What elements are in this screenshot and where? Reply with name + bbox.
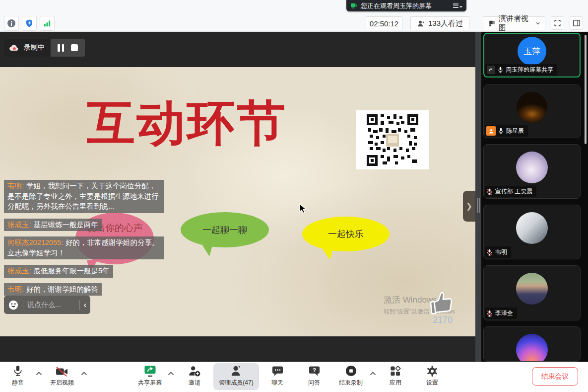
manage-members-button[interactable]: 管理成员(47) (213, 364, 259, 387)
settings-button[interactable]: 设置 (417, 364, 447, 387)
avatar-photo-white (516, 212, 548, 244)
participant-name: 宣传部 王昊晨 (495, 187, 532, 196)
participant-name: 李泽全 (495, 309, 513, 317)
participant-tile[interactable]: 陈星辰 (483, 84, 581, 138)
mic-muted-icon (486, 188, 493, 195)
share-screen-label: 共享屏幕 (138, 379, 162, 387)
invite-icon (188, 365, 201, 377)
chat-text: 基层锻炼一般是两年 (34, 221, 99, 229)
panel-toggle-icon (573, 19, 581, 27)
participant-tile[interactable] (483, 326, 581, 362)
participant-name: 周玉萍的屏幕共享 (506, 66, 553, 74)
caret-icon (459, 6, 462, 8)
chat-quick-input[interactable]: 说点什么... ‹ (4, 296, 90, 314)
participant-name: 陈星辰 (506, 127, 524, 135)
start-video-label: 开启视频 (50, 379, 74, 387)
qa-button[interactable]: ? 问答 (299, 364, 329, 387)
chat-text: 最低服务年限一般是5年 (34, 267, 110, 275)
chat-sender: 何联杰20212055: (7, 238, 63, 246)
info-button[interactable] (4, 16, 19, 31)
stop-recording-button[interactable] (71, 44, 78, 51)
mute-options-chevron[interactable] (36, 372, 42, 376)
sidebar-resize-handle[interactable] (475, 32, 481, 362)
stop-recording-label: 结束录制 (339, 379, 363, 387)
settings-gear-icon (426, 365, 438, 377)
chevron-down-icon (536, 22, 540, 25)
fullscreen-icon (554, 19, 561, 27)
chat-message: 张成玉:基层锻炼一般是两年 (4, 219, 102, 232)
meeting-timer: 02:50:12 (366, 16, 402, 30)
mic-muted-icon (486, 249, 493, 256)
screen-share-badge-icon (487, 66, 495, 74)
end-meeting-label: 结束会议 (541, 372, 569, 381)
participant-tile-sharing[interactable]: 玉萍 周玉萍的屏幕共享 (483, 33, 581, 78)
avatar: 玉萍 (518, 37, 546, 66)
record-options-chevron[interactable] (370, 372, 376, 376)
share-options-chevron[interactable] (168, 372, 174, 376)
chat-input-placeholder[interactable]: 说点什么... (27, 301, 75, 310)
settings-label: 设置 (426, 379, 438, 387)
stop-recording-toolbar-button[interactable]: 结束录制 (333, 364, 368, 387)
qa-icon: ? (308, 365, 321, 377)
participant-tile[interactable]: 李泽全 (483, 265, 581, 320)
mute-button[interactable]: 静音 (3, 364, 33, 387)
microphone-icon (12, 365, 23, 377)
avatar-photo-man (516, 273, 548, 305)
viewing-banner[interactable]: 您正在观看周玉萍的屏幕 (346, 0, 466, 11)
pause-recording-button[interactable] (58, 44, 64, 52)
participant-name-tag: 李泽全 (485, 308, 517, 319)
participant-name-tag: 周玉萍的屏幕共享 (485, 64, 557, 76)
bubble-yellow-tail (323, 249, 333, 260)
bottom-toolbar (0, 362, 588, 392)
apps-icon (390, 365, 401, 377)
mic-on-icon (498, 128, 504, 134)
mute-label: 静音 (12, 379, 24, 387)
collapse-chat-icon[interactable]: ‹ (84, 301, 86, 310)
mic-muted-icon (486, 310, 493, 317)
shield-plus-icon (25, 19, 34, 28)
chat-button[interactable]: 聊天 (262, 364, 292, 387)
bubble-yellow-text: 一起快乐 (328, 228, 364, 240)
participant-name: 韦明 (495, 248, 507, 256)
mic-on-icon (498, 67, 503, 73)
invite-button[interactable]: 邀请 (180, 364, 209, 387)
chat-sender: 张成玉: (7, 221, 31, 229)
avatar-photo-neon (516, 334, 548, 362)
chat-message: 韦明:学姐，我想问一下，关于这个岗位分配，是不是除了专业之外，主要是根据生源地来… (4, 180, 164, 213)
network-status-button[interactable] (40, 16, 55, 31)
sidebar-scrollbar[interactable] (585, 35, 587, 144)
fullscreen-button[interactable] (551, 16, 564, 30)
collapse-panel-handle[interactable]: ❯ (463, 191, 475, 222)
chat-message: 韦明:好的，谢谢学姐的解答 (4, 283, 102, 296)
banner-menu-button[interactable] (453, 3, 462, 8)
manage-members-label: 管理成员(47) (219, 379, 253, 387)
chat-sender: 韦明: (7, 285, 24, 293)
meeting-window: 02:50:12 133人看过 演讲者视图 您正在观看周玉萍的屏幕 互动环节 (0, 0, 588, 392)
security-button[interactable] (22, 16, 37, 31)
host-badge-icon (486, 126, 496, 136)
video-options-chevron[interactable] (81, 372, 87, 376)
slide-title: 互动环节 (87, 97, 287, 150)
view-mode-label: 演讲者视图 (499, 14, 533, 33)
participant-tile[interactable]: 韦明 (483, 205, 581, 259)
end-meeting-button[interactable]: 结束会议 (532, 367, 578, 386)
participant-tile[interactable]: 宣传部 王昊晨 (483, 144, 581, 199)
chat-message: 张成玉:最低服务年限一般是5年 (4, 265, 113, 278)
chat-text: 好的，谢谢学姐的解答 (26, 285, 98, 293)
participant-name-tag: 宣传部 王昊晨 (485, 186, 536, 197)
bubble-green-text: 一起聊一聊 (202, 224, 247, 236)
side-panel-toggle-button[interactable] (570, 16, 583, 30)
view-mode-dropdown[interactable]: 演讲者视图 (483, 16, 545, 30)
emoji-icon[interactable] (8, 300, 19, 311)
thumbs-up-icon (426, 288, 457, 317)
share-screen-button[interactable]: 共享屏幕 (132, 364, 167, 387)
recording-label: 录制中 (24, 43, 45, 52)
timer-value: 02:50:12 (370, 19, 398, 28)
hamburger-icon (453, 3, 458, 8)
apps-button[interactable]: 应用 (381, 364, 410, 387)
start-video-button[interactable]: 开启视频 (44, 364, 80, 387)
chat-text: 学姐，我想问一下，关于这个岗位分配，是不是除了专业之外，主要是根据生源地来进行分… (7, 182, 159, 210)
avatar-photo-lilac (516, 152, 548, 183)
viewer-count-button[interactable]: 133人看过 (410, 16, 469, 30)
like-button[interactable] (428, 290, 456, 317)
